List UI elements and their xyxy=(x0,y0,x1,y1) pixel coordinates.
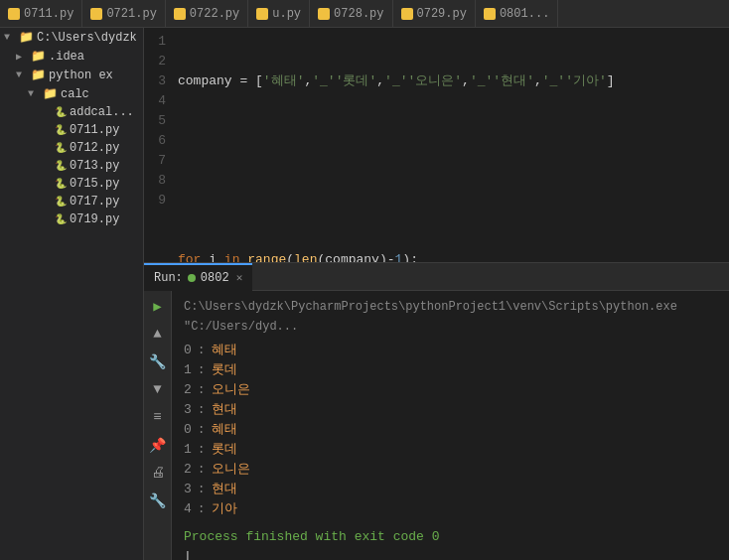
sidebar-item-0712[interactable]: ▶ 🐍 0712.py xyxy=(0,139,143,157)
output-line-3: 2 : 오니은 xyxy=(184,380,717,400)
output-line-7: 2 : 오니은 xyxy=(184,460,717,480)
0719-label: 0719.py xyxy=(70,212,119,226)
tab-0801[interactable]: 0801... xyxy=(476,0,558,28)
out-idx-3: 3 xyxy=(184,400,192,420)
out-sep-2: : xyxy=(198,380,206,400)
process-finished: Process finished with exit code 0 xyxy=(184,527,717,547)
0713-file-icon: 🐍 xyxy=(55,160,67,172)
run-status-icon xyxy=(188,274,196,282)
spacer-6: ▶ xyxy=(40,196,52,208)
out-val-5: 롯데 xyxy=(212,440,237,460)
spacer-5: ▶ xyxy=(40,178,52,190)
chevron-down-icon: ▼ xyxy=(4,32,16,43)
0712-label: 0712.py xyxy=(70,141,119,155)
tab-0729[interactable]: 0729.py xyxy=(393,0,476,28)
out-val-1: 롯데 xyxy=(212,360,237,380)
out-sep-6: : xyxy=(198,460,206,480)
output-line-9: 4 : 기아 xyxy=(184,499,717,519)
0717-label: 0717.py xyxy=(70,195,119,209)
out-sep-4: : xyxy=(198,420,206,440)
tab-icon-0728 xyxy=(318,8,330,20)
sidebar-item-addcal[interactable]: ▶ 🐍 addcal... xyxy=(0,103,143,121)
0712-file-icon: 🐍 xyxy=(55,142,67,154)
tab-0728[interactable]: 0728.py xyxy=(310,0,392,28)
0715-file-icon: 🐍 xyxy=(55,178,67,190)
tab-icon-0721 xyxy=(90,8,102,20)
out-sep-1: : xyxy=(198,360,206,380)
run-list-button[interactable]: ≡ xyxy=(147,406,169,428)
sidebar-item-0713[interactable]: ▶ 🐍 0713.py xyxy=(0,157,143,175)
run-tab-run[interactable]: Run: 0802 ✕ xyxy=(144,263,252,291)
python-ex-label: python ex xyxy=(49,69,113,82)
idea-label: .idea xyxy=(49,50,84,64)
output-line-2: 1 : 롯데 xyxy=(184,360,717,380)
tab-icon-0711 xyxy=(8,8,20,20)
tab-0721[interactable]: 0721.py xyxy=(82,0,165,28)
spacer-1: ▶ xyxy=(40,106,52,118)
run-panel: Run: 0802 ✕ ▶ ▲ 🔧 ▼ ≡ 📌 🖨 🔧 xyxy=(144,262,729,560)
tab-label-u: u.py xyxy=(272,7,301,21)
calc-label: calc xyxy=(61,87,89,101)
spacer-7: ▶ xyxy=(40,213,52,225)
run-body: ▶ ▲ 🔧 ▼ ≡ 📌 🖨 🔧 C:\Users\dydzk\PycharmPr… xyxy=(144,291,729,560)
addcal-label: addcal... xyxy=(70,105,134,119)
sidebar-item-0719[interactable]: ▶ 🐍 0719.py xyxy=(0,210,143,228)
idea-folder-icon: 📁 xyxy=(31,49,46,64)
run-scroll-up-button[interactable]: ▲ xyxy=(147,323,169,345)
output-line-1: 0 : 혜태 xyxy=(184,341,717,360)
out-idx-2: 2 xyxy=(184,380,192,400)
run-toolbar: ▶ ▲ 🔧 ▼ ≡ 📌 🖨 🔧 xyxy=(144,291,172,560)
run-pin-button[interactable]: 📌 xyxy=(147,434,169,456)
chevron-down-icon-2: ▼ xyxy=(16,70,28,80)
code-content: company = ['혜태','_''롯데','_''오니은','_''현대'… xyxy=(174,28,729,262)
out-val-6: 오니은 xyxy=(212,460,250,480)
tab-0711[interactable]: 0711.py xyxy=(0,0,82,28)
code-editor[interactable]: 1 2 3 4 5 6 7 8 9 company = ['혜태','_''롯데… xyxy=(144,28,729,262)
python-ex-folder-icon: 📁 xyxy=(31,68,46,82)
run-tab-name: 0802 xyxy=(201,271,229,285)
0711-label: 0711.py xyxy=(70,123,119,137)
run-stop-button[interactable]: 🔧 xyxy=(147,490,169,511)
tab-label-0801: 0801... xyxy=(500,7,549,21)
spacer-2: ▶ xyxy=(40,124,52,136)
tab-label-0721: 0721.py xyxy=(106,7,156,21)
run-scroll-down-button[interactable]: ▼ xyxy=(147,378,169,400)
run-wrench-button[interactable]: 🔧 xyxy=(147,350,169,372)
sidebar-item-0715[interactable]: ▶ 🐍 0715.py xyxy=(0,175,143,193)
tab-label-0728: 0728.py xyxy=(334,7,383,21)
sidebar-item-0717[interactable]: ▶ 🐍 0717.py xyxy=(0,193,143,210)
out-sep-0: : xyxy=(198,341,206,360)
close-icon[interactable]: ✕ xyxy=(236,271,243,284)
out-val-3: 현대 xyxy=(212,400,237,420)
out-val-2: 오니은 xyxy=(212,380,250,400)
code-line-1: company = ['혜태','_''롯데','_''오니은','_''현대'… xyxy=(174,71,729,91)
sidebar-item-0711[interactable]: ▶ 🐍 0711.py xyxy=(0,121,143,139)
run-play-button[interactable]: ▶ xyxy=(147,295,169,317)
chevron-down-icon-3: ▼ xyxy=(28,88,40,99)
out-val-7: 현대 xyxy=(212,480,237,499)
code-line-2 xyxy=(174,131,729,151)
output-line-6: 1 : 롯데 xyxy=(184,440,717,460)
content-area: 1 2 3 4 5 6 7 8 9 company = ['혜태','_''롯데… xyxy=(144,28,729,560)
out-idx-4: 0 xyxy=(184,420,192,440)
tab-label-0722: 0722.py xyxy=(190,7,239,21)
sidebar-root[interactable]: ▼ 📁 C:\Users\dydzk xyxy=(0,28,143,47)
sidebar-item-calc[interactable]: ▼ 📁 calc xyxy=(0,84,143,103)
tab-u[interactable]: u.py xyxy=(248,0,310,28)
run-print-button[interactable]: 🖨 xyxy=(147,462,169,484)
cursor-line: | xyxy=(184,547,717,560)
run-tab-bar: Run: 0802 ✕ xyxy=(144,263,729,291)
output-line-4: 3 : 현대 xyxy=(184,400,717,420)
output-line-5: 0 : 혜태 xyxy=(184,420,717,440)
out-idx-0: 0 xyxy=(184,341,192,360)
out-idx-7: 3 xyxy=(184,480,192,499)
sidebar-item-python-ex[interactable]: ▼ 📁 python ex xyxy=(0,66,143,84)
sidebar-item-idea[interactable]: ▶ 📁 .idea xyxy=(0,47,143,66)
out-sep-3: : xyxy=(198,400,206,420)
0719-file-icon: 🐍 xyxy=(55,213,67,225)
tab-icon-u xyxy=(256,8,268,20)
0717-file-icon: 🐍 xyxy=(55,196,67,208)
tab-icon-0729 xyxy=(401,8,413,20)
0713-label: 0713.py xyxy=(70,159,119,173)
tab-0722[interactable]: 0722.py xyxy=(166,0,248,28)
